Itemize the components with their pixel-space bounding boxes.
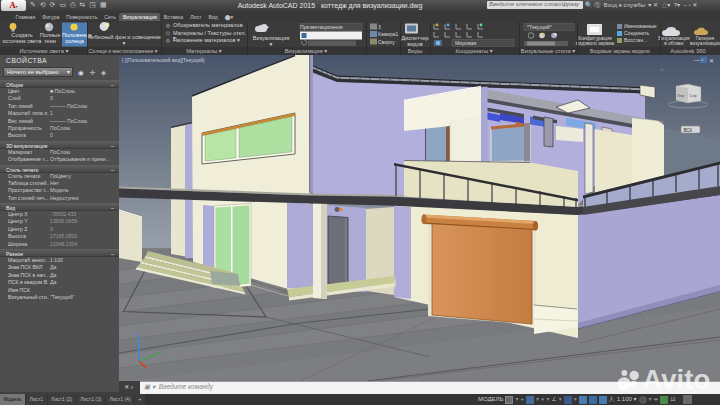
svg-text:ВСК: ВСК [684,128,693,133]
svg-text:Пер: Пер [677,93,685,98]
svg-text:▫: ▫ [701,57,703,63]
svg-text:[-][Пользовательский вид][Теку: [-][Пользовательский вид][Текущий] [122,57,205,63]
svg-text:—: — [694,57,700,63]
svg-text:Спр: Спр [690,93,698,98]
svg-text:⌂: ⌂ [660,66,664,72]
svg-text:✕: ✕ [709,58,714,64]
